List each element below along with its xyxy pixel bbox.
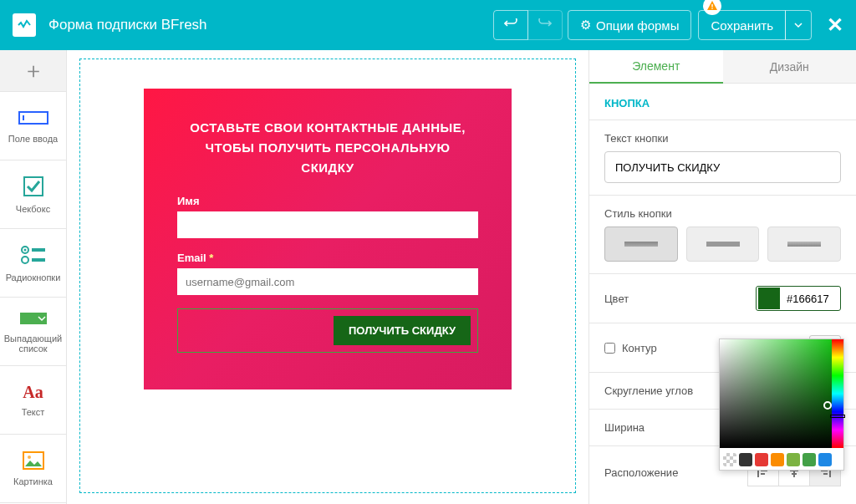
color-picker-popup[interactable] bbox=[719, 339, 844, 471]
sidebar-item-label: Текст bbox=[22, 407, 45, 417]
svg-point-6 bbox=[23, 248, 26, 251]
sidebar-item-label: Чекбокс bbox=[16, 204, 50, 214]
outline-label: Контур bbox=[622, 342, 657, 354]
radio-icon bbox=[20, 244, 47, 267]
name-input[interactable] bbox=[177, 211, 478, 238]
sidebar: ＋ Поле ввода Чекбокс Радиокнопки Выпадаю… bbox=[0, 50, 67, 504]
submit-button-selection[interactable]: ПОЛУЧИТЬ СКИДКУ bbox=[177, 308, 478, 353]
color-picker-saturation[interactable] bbox=[720, 339, 843, 448]
swatch-orange[interactable] bbox=[771, 453, 784, 466]
svg-rect-9 bbox=[32, 258, 45, 262]
form-heading[interactable]: ОСТАВЬТЕ СВОИ КОНТАКТНЫЕ ДАННЫЕ, ЧТОБЫ П… bbox=[177, 118, 478, 178]
sidebar-item-label: Поле ввода bbox=[8, 134, 58, 144]
button-style-label: Стиль кнопки bbox=[604, 207, 841, 220]
svg-rect-1 bbox=[712, 8, 713, 9]
swatch-transparent[interactable] bbox=[723, 453, 736, 466]
svg-point-8 bbox=[22, 257, 28, 263]
canvas: ОСТАВЬТЕ СВОИ КОНТАКТНЫЕ ДАННЫЕ, ЧТОБЫ П… bbox=[67, 50, 588, 504]
input-icon bbox=[18, 109, 48, 129]
sidebar-item-label: Радиокнопки bbox=[6, 272, 61, 283]
name-field-label[interactable]: Имя bbox=[177, 195, 478, 207]
save-dropdown-button[interactable] bbox=[785, 10, 812, 40]
sidebar-item-label: Выпадающий список bbox=[3, 333, 63, 354]
tab-element[interactable]: Элемент bbox=[589, 50, 723, 84]
position-label: Расположение bbox=[604, 466, 678, 479]
email-field-label[interactable]: Email * bbox=[177, 252, 478, 264]
button-text-input[interactable] bbox=[604, 151, 841, 183]
button-text-label: Текст кнопки bbox=[604, 132, 841, 145]
redo-button[interactable] bbox=[527, 10, 563, 40]
svg-rect-3 bbox=[23, 115, 24, 120]
section-title: КНОПКА bbox=[589, 84, 856, 120]
swatch-green[interactable] bbox=[802, 453, 816, 466]
color-picker-cursor[interactable] bbox=[823, 401, 832, 410]
close-button[interactable]: ✕ bbox=[827, 13, 843, 37]
page-title: Форма подписки BFresh bbox=[48, 17, 493, 33]
form-preview[interactable]: ОСТАВЬТЕ СВОИ КОНТАКТНЫЕ ДАННЫЕ, ЧТОБЫ П… bbox=[144, 89, 512, 389]
width-label: Ширина bbox=[604, 421, 645, 434]
color-label: Цвет bbox=[604, 293, 629, 305]
add-element-button[interactable]: ＋ bbox=[0, 50, 66, 92]
checkbox-icon bbox=[23, 176, 44, 199]
sidebar-item-text[interactable]: Aa Текст bbox=[0, 366, 66, 435]
gear-icon: ⚙ bbox=[580, 18, 591, 33]
properties-panel: Элемент Дизайн КНОПКА Текст кнопки Стиль… bbox=[588, 50, 856, 504]
svg-rect-4 bbox=[24, 177, 43, 196]
svg-rect-15 bbox=[761, 473, 765, 475]
swatch-dark[interactable] bbox=[739, 453, 752, 466]
svg-point-12 bbox=[28, 456, 31, 459]
sidebar-item-checkbox[interactable]: Чекбокс bbox=[0, 160, 66, 229]
color-input-wrap[interactable] bbox=[756, 286, 841, 311]
svg-rect-18 bbox=[792, 473, 797, 475]
swatch-red[interactable] bbox=[755, 453, 768, 466]
sidebar-item-select[interactable]: Выпадающий список bbox=[0, 298, 66, 366]
tab-design[interactable]: Дизайн bbox=[723, 50, 857, 84]
image-icon bbox=[23, 451, 44, 471]
sidebar-item-image[interactable]: Картинка bbox=[0, 435, 66, 503]
radius-label: Скругление углов bbox=[604, 384, 693, 397]
text-icon: Aa bbox=[23, 383, 43, 402]
form-options-button[interactable]: ⚙ Опции формы bbox=[568, 10, 691, 40]
swatch-lgreen[interactable] bbox=[787, 453, 800, 466]
button-style-1[interactable] bbox=[604, 227, 678, 262]
email-input[interactable] bbox=[177, 268, 478, 295]
sidebar-item-input[interactable]: Поле ввода bbox=[0, 92, 66, 160]
svg-rect-7 bbox=[32, 248, 45, 252]
color-picker-swatches bbox=[720, 448, 843, 470]
undo-button[interactable] bbox=[493, 10, 528, 40]
dropdown-icon bbox=[19, 310, 48, 328]
button-style-3[interactable] bbox=[767, 227, 841, 262]
svg-rect-21 bbox=[823, 473, 828, 475]
svg-rect-0 bbox=[712, 4, 713, 8]
outline-checkbox[interactable] bbox=[604, 343, 615, 354]
color-picker-hue-slider[interactable] bbox=[830, 415, 845, 418]
canvas-drop-area[interactable]: ОСТАВЬТЕ СВОИ КОНТАКТНЫЕ ДАННЫЕ, ЧТОБЫ П… bbox=[79, 59, 576, 493]
color-swatch[interactable] bbox=[758, 288, 780, 309]
color-hex-input[interactable] bbox=[782, 293, 840, 305]
sidebar-item-radio[interactable]: Радиокнопки bbox=[0, 229, 66, 298]
swatch-blue[interactable] bbox=[818, 453, 832, 466]
submit-button[interactable]: ПОЛУЧИТЬ СКИДКУ bbox=[334, 316, 471, 345]
color-picker-hue[interactable] bbox=[832, 339, 843, 448]
sidebar-item-label: Картинка bbox=[13, 476, 53, 486]
app-logo bbox=[13, 13, 36, 37]
chevron-down-icon bbox=[794, 21, 802, 29]
button-style-2[interactable] bbox=[686, 227, 760, 262]
